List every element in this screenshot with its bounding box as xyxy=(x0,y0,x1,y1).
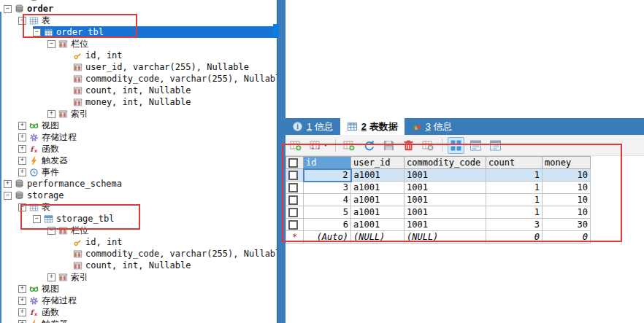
dropdown-caret-icon[interactable] xyxy=(323,144,328,147)
expand-toggle-icon[interactable]: − xyxy=(33,215,41,223)
column-header-commodity_code[interactable]: commodity_code xyxy=(405,157,486,169)
expand-toggle-icon[interactable]: + xyxy=(18,122,26,130)
column-header-id[interactable]: id xyxy=(304,157,351,169)
grid-cell[interactable]: (NULL) xyxy=(351,231,405,244)
tab-2[interactable]: 2 表数据 xyxy=(340,118,405,135)
expand-toggle-icon[interactable]: + xyxy=(4,180,12,188)
expand-toggle-icon[interactable]: + xyxy=(18,297,26,305)
expand-toggle-icon[interactable]: + xyxy=(47,273,55,281)
tab-3[interactable]: 3 信息 xyxy=(405,118,459,135)
expand-toggle-icon[interactable]: + xyxy=(18,157,26,165)
column-header-user_id[interactable]: user_id xyxy=(351,157,405,169)
row-select-cell[interactable] xyxy=(286,169,304,182)
row-select-cell[interactable] xyxy=(286,194,304,206)
grid-cell[interactable]: 0 xyxy=(543,231,591,244)
tree-item[interactable]: − 栏位 xyxy=(0,225,277,236)
tree-item[interactable]: count, int, Nullable xyxy=(0,260,277,271)
grid-cell[interactable]: 10 xyxy=(543,206,591,219)
tree-item[interactable]: + 函数 xyxy=(0,306,277,318)
expand-toggle-icon[interactable]: − xyxy=(4,5,12,13)
expand-toggle-icon[interactable]: + xyxy=(18,168,26,176)
grid-cell[interactable]: 1001 xyxy=(405,219,486,231)
tree-item[interactable]: count, int, Nullable xyxy=(0,85,277,96)
expand-toggle-icon[interactable]: + xyxy=(18,308,26,316)
row-select-cell[interactable] xyxy=(286,219,304,231)
grid-cell[interactable]: a1001 xyxy=(351,194,405,206)
grid-cell[interactable]: 2 xyxy=(304,169,351,182)
expand-toggle-icon[interactable]: − xyxy=(47,40,55,48)
tree-item[interactable]: − order xyxy=(0,3,277,15)
select-all-checkbox[interactable] xyxy=(288,158,298,168)
select-all-header[interactable] xyxy=(286,157,304,169)
grid-cell[interactable]: 1001 xyxy=(405,206,486,219)
tree-item[interactable]: id, int xyxy=(0,50,277,61)
insert-template-button[interactable] xyxy=(307,137,330,154)
table-row[interactable]: 5a10011001110 xyxy=(286,206,591,219)
grid-cell[interactable]: 1 xyxy=(486,169,543,182)
table-row[interactable]: 6a10011001330 xyxy=(286,219,591,231)
expand-toggle-icon[interactable]: + xyxy=(18,285,26,293)
expand-toggle-icon[interactable]: − xyxy=(18,203,26,211)
tree-item[interactable]: id, int xyxy=(0,236,277,248)
expand-toggle-icon[interactable]: − xyxy=(18,17,26,25)
panel-splitter[interactable] xyxy=(277,0,285,323)
expand-toggle-icon[interactable]: + xyxy=(18,320,26,323)
expand-toggle-icon[interactable]: + xyxy=(18,133,26,141)
grid-cell[interactable]: (NULL) xyxy=(405,231,486,244)
refresh-button[interactable] xyxy=(361,137,377,154)
row-select-cell[interactable] xyxy=(286,206,304,219)
form-view-button[interactable] xyxy=(467,137,484,154)
grid-cell[interactable]: 0 xyxy=(486,231,543,244)
tree-item[interactable]: commodity_code, varchar(255), Nullable xyxy=(0,73,277,85)
splitter-handle[interactable] xyxy=(273,24,279,37)
expand-toggle-icon[interactable]: + xyxy=(18,145,26,153)
column-header-count[interactable]: count xyxy=(486,157,543,169)
row-checkbox[interactable] xyxy=(288,183,298,192)
grid-cell[interactable]: 30 xyxy=(543,219,591,231)
table-row[interactable]: 3a10011001110 xyxy=(286,182,591,194)
tree-item[interactable]: − order_tbl xyxy=(0,26,277,38)
expand-toggle-icon[interactable]: − xyxy=(33,28,41,36)
expand-toggle-icon[interactable]: − xyxy=(4,192,12,200)
expand-toggle-icon[interactable]: − xyxy=(47,227,55,235)
tab-1[interactable]: 1 信息 xyxy=(285,118,340,135)
grid-cell[interactable]: (Auto) xyxy=(304,231,351,244)
grid-cell[interactable]: 1001 xyxy=(405,169,486,182)
tree-item[interactable]: + 视图 xyxy=(0,283,277,295)
grid-cell[interactable]: 10 xyxy=(543,169,591,182)
insert-record-button[interactable] xyxy=(288,137,304,154)
grid-cell[interactable]: 3 xyxy=(304,182,351,194)
grid-cell[interactable]: 1 xyxy=(486,182,543,194)
duplicate-record-button[interactable] xyxy=(341,137,358,154)
grid-cell[interactable]: 1001 xyxy=(405,182,486,194)
cancel-changes-button[interactable] xyxy=(420,137,437,154)
grid-cell[interactable]: 1 xyxy=(486,194,543,206)
grid-cell[interactable]: 1001 xyxy=(405,194,486,206)
tree-item[interactable]: + 视图 xyxy=(0,120,277,131)
row-checkbox[interactable] xyxy=(288,171,298,180)
grid-cell[interactable]: 10 xyxy=(543,182,591,194)
column-header-money[interactable]: money xyxy=(543,157,591,169)
tree-item[interactable]: money, int, Nullable xyxy=(0,96,277,108)
table-row[interactable]: 2a10011001110 xyxy=(286,169,591,182)
table-row[interactable]: 4a10011001110 xyxy=(286,194,591,206)
grid-cell[interactable]: a1001 xyxy=(351,182,405,194)
insert-row[interactable]: *(Auto)(NULL)(NULL)00 xyxy=(286,231,591,244)
grid-cell[interactable]: a1001 xyxy=(351,206,405,219)
grid-cell[interactable]: 10 xyxy=(543,194,591,206)
grid-cell[interactable]: a1001 xyxy=(351,219,405,231)
grid-cell[interactable]: 1 xyxy=(486,206,543,219)
tree-item[interactable]: + 存储过程 xyxy=(0,295,277,306)
tree-item[interactable]: − 栏位 xyxy=(0,38,277,50)
tree-item[interactable]: + 触发器 xyxy=(0,318,277,323)
grid-cell[interactable]: a1001 xyxy=(351,169,405,182)
tree-item[interactable]: − storage_tbl xyxy=(0,213,277,225)
tree-item[interactable]: + 索引 xyxy=(0,108,277,120)
tree-item[interactable]: user_id, varchar(255), Nullable xyxy=(0,61,277,73)
row-select-cell[interactable] xyxy=(286,182,304,194)
tree-item[interactable]: + 函数 xyxy=(0,143,277,155)
tree-item[interactable]: − storage xyxy=(0,190,277,201)
tree-item[interactable]: commodity_code, varchar(255), Nullable xyxy=(0,248,277,260)
tree-item[interactable]: + 触发器 xyxy=(0,155,277,166)
save-changes-button[interactable] xyxy=(380,137,397,154)
